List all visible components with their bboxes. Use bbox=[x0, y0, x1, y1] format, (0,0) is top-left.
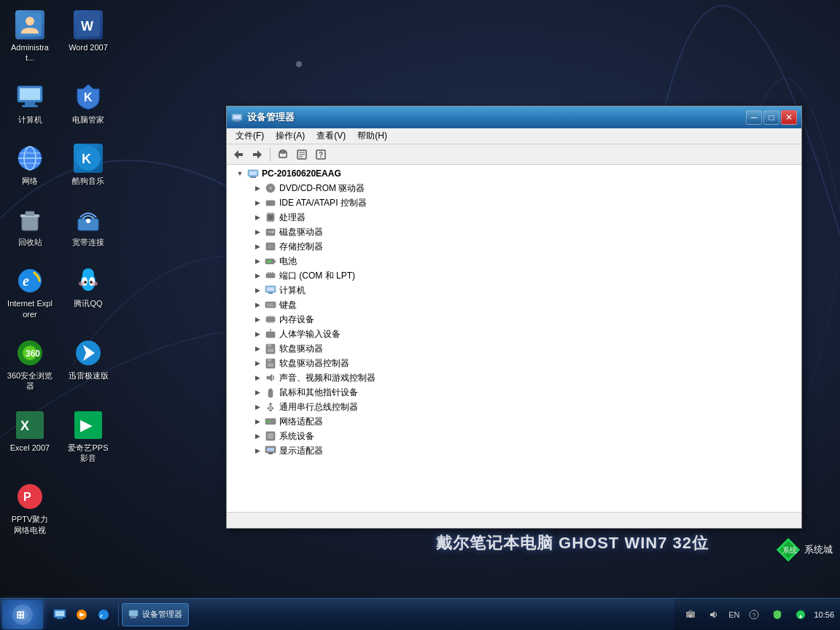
tree-root-node[interactable]: ▼ PC-20160620EAAG bbox=[228, 166, 800, 181]
window-close-button[interactable]: ✕ bbox=[781, 110, 797, 125]
tree-item-storage[interactable]: ▶ 存储控制器 bbox=[228, 239, 800, 254]
menu-help[interactable]: 帮助(H) bbox=[351, 128, 393, 144]
desktop-icon-excel2007[interactable]: X Excel 2007 bbox=[4, 408, 56, 467]
desktop-icon-diannaoguan-label: 电脑管家 bbox=[72, 114, 104, 125]
toolbar-up-button[interactable] bbox=[274, 147, 292, 163]
desktop-icon-recycle[interactable]: 回收站 bbox=[4, 202, 56, 250]
svg-marker-118 bbox=[267, 374, 272, 381]
window-maximize-button[interactable]: □ bbox=[763, 110, 779, 125]
tree-item-display[interactable]: ▶ 显示适配器 bbox=[228, 443, 800, 458]
svg-rect-64 bbox=[266, 201, 275, 206]
svg-rect-96 bbox=[269, 306, 273, 307]
svg-rect-117 bbox=[268, 363, 273, 367]
tree-item-disk-expander[interactable]: ▶ bbox=[252, 226, 263, 238]
tree-item-display-expander[interactable]: ▶ bbox=[252, 445, 263, 456]
desktop-icon-360browser[interactable]: 360 360安全浏览器 bbox=[4, 335, 56, 394]
window-toolbar: ? bbox=[227, 144, 801, 165]
tray-antivirus-icon[interactable]: ▲ bbox=[790, 604, 811, 625]
desktop-icon-pptv[interactable]: P PPTV聚力 网络电视 bbox=[4, 479, 56, 538]
tree-item-processor[interactable]: ▶ 处理器 bbox=[228, 210, 800, 225]
toolbar-separator-1 bbox=[270, 148, 271, 161]
window-content[interactable]: ▼ PC-20160620EAAG ▶ bbox=[227, 165, 801, 512]
tray-help-icon[interactable]: ? bbox=[744, 604, 764, 625]
desktop-icon-word2007[interactable]: W Word 2007 bbox=[62, 7, 114, 66]
window-titlebar: 设备管理器 ─ □ ✕ bbox=[227, 106, 801, 128]
desktop-icon-kugouyinyue[interactable]: K 酷狗音乐 bbox=[62, 141, 114, 189]
tree-item-system-expander[interactable]: ▶ bbox=[252, 430, 263, 442]
menu-action[interactable]: 操作(A) bbox=[270, 128, 311, 144]
toolbar-forward-button[interactable] bbox=[249, 147, 266, 163]
tree-item-sound[interactable]: ▶ 声音、视频和游戏控制器 bbox=[228, 370, 800, 385]
tree-item-keyboard-expander[interactable]: ▶ bbox=[252, 299, 263, 311]
tray-volume-icon[interactable] bbox=[704, 604, 724, 625]
tree-item-floppy-ctrl-expander[interactable]: ▶ bbox=[252, 357, 263, 369]
tray-network-icon[interactable] bbox=[680, 604, 701, 625]
toolbar-help-button[interactable]: ? bbox=[312, 147, 330, 163]
tree-item-floppy-ctrl[interactable]: ▶ 软盘驱动器控制器 bbox=[228, 356, 800, 370]
tree-item-network[interactable]: ▶ 网络适配器 bbox=[228, 414, 800, 429]
desktop-icon-ie[interactable]: e Internet Explorer bbox=[4, 263, 56, 322]
tree-item-mouse[interactable]: ▶ 鼠标和其他指针设备 bbox=[228, 385, 800, 400]
tree-item-keyboard[interactable]: ▶ 键盘 bbox=[228, 298, 800, 312]
tree-item-hid-expander[interactable]: ▶ bbox=[252, 328, 263, 340]
tree-item-ide-expander[interactable]: ▶ bbox=[252, 197, 263, 209]
desktop-icon-computer[interactable]: 计算机 bbox=[4, 79, 56, 128]
svg-text:▲: ▲ bbox=[798, 612, 804, 618]
tree-item-processor-icon bbox=[265, 211, 276, 223]
start-button[interactable]: ⊞ bbox=[2, 600, 43, 629]
tree-item-memory[interactable]: ▶ 内存设备 bbox=[228, 312, 800, 327]
tree-item-disk[interactable]: ▶ 磁盘驱动器 bbox=[228, 225, 800, 239]
tree-root-expander[interactable]: ▼ bbox=[234, 168, 246, 179]
tree-item-computer[interactable]: ▶ 计算机 bbox=[228, 283, 800, 298]
tree-item-dvd-expander[interactable]: ▶ bbox=[252, 182, 263, 194]
tree-item-ports-expander[interactable]: ▶ bbox=[252, 270, 263, 281]
desktop-icon-xunlei[interactable]: 迅雷极速版 bbox=[62, 335, 114, 394]
svg-rect-84 bbox=[266, 273, 275, 278]
tree-item-storage-expander[interactable]: ▶ bbox=[252, 241, 263, 252]
tree-item-mouse-expander[interactable]: ▶ bbox=[252, 386, 263, 398]
desktop-icon-qq[interactable]: 腾讯QQ bbox=[62, 263, 114, 322]
tree-item-sound-expander[interactable]: ▶ bbox=[252, 372, 263, 384]
tree-item-usb-expander[interactable]: ▶ bbox=[252, 401, 263, 413]
tray-security-icon[interactable] bbox=[767, 604, 788, 625]
desktop-icon-diannaoguan[interactable]: K 电脑管家 bbox=[62, 79, 114, 128]
toolbar-properties-button[interactable] bbox=[293, 147, 311, 163]
tree-item-dvd[interactable]: ▶ DVD/CD-ROM 驱动器 bbox=[228, 181, 800, 195]
tree-item-floppy-expander[interactable]: ▶ bbox=[252, 343, 263, 354]
menu-file[interactable]: 文件(F) bbox=[230, 128, 270, 144]
tree-item-mouse-icon bbox=[265, 386, 276, 398]
svg-rect-146 bbox=[129, 610, 138, 616]
tree-item-computer-expander[interactable]: ▶ bbox=[252, 284, 263, 296]
tree-item-hid[interactable]: ▶ 人体学输入设备 bbox=[228, 327, 800, 341]
desktop-icon-broadband[interactable]: 宽带连接 bbox=[62, 202, 114, 250]
tree-item-ide[interactable]: ▶ IDE ATA/ATAPI 控制器 bbox=[228, 195, 800, 210]
window-minimize-button[interactable]: ─ bbox=[746, 110, 762, 125]
quick-launch-show-desktop[interactable] bbox=[50, 604, 70, 625]
svg-point-31 bbox=[92, 281, 98, 286]
tree-item-battery[interactable]: ▶ 电池 bbox=[228, 254, 800, 268]
tree-item-network-expander[interactable]: ▶ bbox=[252, 416, 263, 427]
tree-item-usb[interactable]: ▶ 通用串行总线控制器 bbox=[228, 400, 800, 414]
tree-item-memory-expander[interactable]: ▶ bbox=[252, 314, 263, 325]
tree-item-floppy[interactable]: ▶ 软盘驱动器 bbox=[228, 341, 800, 356]
svg-rect-113 bbox=[268, 344, 271, 347]
desktop-icon-kugouyinyue-label: 酷狗音乐 bbox=[72, 176, 104, 186]
quick-launch-media-player[interactable] bbox=[71, 604, 92, 625]
desktop-icon-aiqiyipps[interactable]: ▶ 爱奇艺PPS影音 bbox=[62, 408, 114, 467]
desktop-icon-administrator[interactable]: Administrat... bbox=[4, 7, 56, 66]
tree-item-sound-label: 声音、视频和游戏控制器 bbox=[279, 372, 376, 384]
tree-item-processor-expander[interactable]: ▶ bbox=[252, 211, 263, 223]
tray-clock[interactable]: 10:56 bbox=[814, 610, 834, 619]
toolbar-back-button[interactable] bbox=[230, 147, 247, 163]
tree-item-system[interactable]: ▶ 系统设备 bbox=[228, 429, 800, 443]
desktop-icon-network[interactable]: 网络 bbox=[4, 141, 56, 189]
taskbar-app-device-manager[interactable]: 设备管理器 bbox=[122, 603, 189, 626]
tree-item-battery-expander[interactable]: ▶ bbox=[252, 255, 263, 267]
tray-language-label[interactable]: EN bbox=[727, 610, 741, 619]
menu-view[interactable]: 查看(V) bbox=[311, 128, 351, 144]
svg-text:e: e bbox=[23, 273, 29, 289]
quick-launch-ie[interactable]: e bbox=[93, 604, 114, 625]
svg-rect-82 bbox=[274, 260, 276, 262]
tree-item-ports[interactable]: ▶ 端口 (COM 和 LPT) bbox=[228, 268, 800, 283]
tree-item-usb-label: 通用串行总线控制器 bbox=[279, 401, 358, 413]
